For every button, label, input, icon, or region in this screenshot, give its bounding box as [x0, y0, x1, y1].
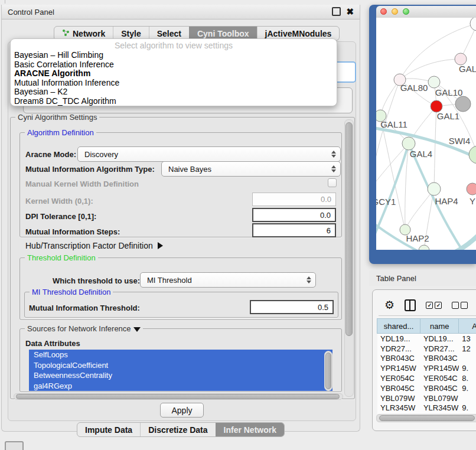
network-node-gal[interactable] — [455, 53, 467, 65]
algorithm-option[interactable]: ARACNE Algorithm — [11, 69, 337, 79]
attributes-scrollbar-track[interactable] — [324, 351, 332, 391]
collapse-down-icon[interactable] — [133, 327, 141, 332]
network-node[interactable] — [470, 18, 476, 31]
table-row[interactable]: YBR045CYBR045C9. — [377, 383, 476, 393]
manual-kernel-checkbox[interactable] — [328, 178, 337, 187]
network-graph[interactable]: GALGAL80GAL10GAL1GAL11GAL4SWI4GCY1HAP4YH… — [376, 18, 476, 250]
tab-label: Infer Network — [224, 425, 276, 435]
screen: Control Panel ✖ NetworkStyleSelectCyni T… — [0, 0, 476, 450]
attribute-item[interactable]: SelfLoops — [29, 350, 332, 360]
network-node-gal1[interactable] — [431, 100, 442, 112]
aracne-mode-label: Aracne Mode: — [25, 150, 76, 159]
table-row[interactable]: YDL19...YDL19...13 — [377, 334, 476, 344]
apply-button-label: Apply — [171, 406, 192, 415]
network-edge[interactable] — [376, 144, 409, 190]
close-icon[interactable]: ✖ — [346, 8, 354, 15]
column-header-2[interactable]: name — [420, 318, 459, 334]
network-edge[interactable] — [400, 59, 461, 80]
table-row[interactable]: YBL079WYBL079W — [377, 393, 476, 403]
network-edge[interactable] — [434, 106, 436, 189]
table-cell: YBL079W — [377, 394, 420, 403]
network-edge[interactable] — [376, 80, 400, 190]
settings-scrollbar-track[interactable] — [344, 119, 354, 397]
network-node-hap4[interactable] — [428, 182, 441, 195]
network-window-titlebar[interactable] — [376, 6, 476, 18]
hub-definition-toggle[interactable]: Hub/Transcription Factor Definition — [25, 241, 163, 250]
network-node-swi4[interactable] — [469, 146, 476, 164]
attribute-item[interactable]: TopologicalCoefficient — [29, 360, 332, 371]
aracne-mode-combo[interactable]: Discovery — [77, 146, 341, 162]
attributes-scrollbar-thumb[interactable] — [325, 353, 331, 389]
attribute-item[interactable]: BetweennessCentrality — [29, 370, 332, 381]
minimize-traffic-light-icon[interactable] — [392, 8, 398, 15]
mi-steps-value: 6 — [327, 226, 331, 235]
network-edge[interactable] — [405, 189, 434, 230]
which-threshold-combo[interactable]: MI Threshold — [140, 272, 316, 288]
table-cell: 8. — [459, 374, 476, 383]
kernel-width-input[interactable]: 0.0 — [252, 193, 336, 206]
algorithm-option[interactable]: Dream8 DC_TDC Algorithm — [11, 97, 337, 106]
table-row[interactable]: YPR145WYPR145W9. — [377, 363, 476, 373]
control-panel-title: Control Panel — [8, 8, 54, 17]
table-cell: YER054C — [377, 374, 420, 383]
float-icon[interactable] — [332, 7, 341, 16]
split-columns-icon[interactable] — [405, 299, 416, 311]
tab-infer-network[interactable]: Infer Network — [216, 423, 284, 436]
algorithm-definition-title: Algorithm Definition — [25, 128, 96, 137]
algorithm-option[interactable]: Basic Correlation Inference — [11, 60, 337, 70]
mi-threshold-group-title: MI Threshold Definition — [30, 288, 113, 296]
deselect-all-icon[interactable] — [452, 302, 468, 309]
table-panel-title: Table Panel — [376, 274, 416, 283]
column-header-3[interactable]: A — [458, 318, 476, 334]
table-row[interactable]: YBR043CYBR043C — [377, 354, 476, 364]
table-panel-titlebar: Table Panel — [369, 270, 476, 286]
algorithm-option[interactable]: Bayesian – K2 — [11, 87, 337, 97]
node-label-y: Y — [470, 196, 475, 206]
table-cell: YDL19... — [377, 334, 420, 343]
mi-type-combo[interactable]: Naive Bayes — [161, 161, 341, 177]
network-node-gal10[interactable] — [428, 76, 440, 88]
zoom-traffic-light-icon[interactable] — [403, 8, 409, 15]
tab-impute-data[interactable]: Impute Data — [77, 423, 140, 436]
node-label-gal11: GAL11 — [380, 119, 407, 129]
network-node-y[interactable] — [467, 183, 476, 195]
mi-threshold-input[interactable]: 0.5 — [250, 300, 334, 314]
close-traffic-light-icon[interactable] — [380, 8, 387, 15]
kernel-width-value: 0.0 — [321, 195, 331, 204]
gear-icon[interactable]: ⚙ — [384, 299, 395, 311]
node-table: shared...nameA YDL19...YDL19...13YDR27..… — [377, 318, 476, 415]
table-hscrollbar-track[interactable] — [376, 414, 476, 422]
mi-steps-input[interactable]: 6 — [252, 223, 336, 237]
select-all-icon[interactable]: ✓✓ — [426, 302, 442, 309]
table-row[interactable]: YDR27...YDR27...12 — [377, 344, 476, 354]
apply-button[interactable]: Apply — [160, 403, 204, 418]
network-node[interactable] — [419, 245, 429, 250]
attribute-item[interactable]: gal4RGexp — [29, 381, 332, 392]
table-cell: YDR27... — [420, 344, 459, 353]
control-panel-titlebar: Control Panel ✖ — [2, 5, 360, 19]
window-edge-artifact — [5, 0, 5, 4]
table-cell: YER054C — [420, 374, 459, 383]
network-node-gal4[interactable] — [402, 137, 415, 150]
table-cell: YBR043C — [420, 354, 459, 363]
collapsed-panel-button[interactable] — [5, 441, 24, 450]
settings-scrollbar-thumb[interactable] — [345, 122, 353, 336]
table-row[interactable]: YLR345WYLR345W9. — [377, 403, 476, 413]
network-node[interactable] — [455, 96, 471, 112]
tab-discretize-data[interactable]: Discretize Data — [140, 423, 215, 436]
table-row[interactable]: YER054CYER054C8. — [377, 373, 476, 383]
column-header-1[interactable]: shared... — [377, 318, 420, 334]
table-panel-toolbar: ⚙ ✓✓ — [379, 295, 476, 316]
table-hscrollbar-thumb[interactable] — [379, 415, 475, 421]
node-label-swi4: SWI4 — [449, 136, 471, 146]
algorithm-option[interactable]: Mutual Information Inference — [11, 79, 337, 88]
algorithm-option[interactable]: Bayesian – Hill Climbing — [11, 51, 337, 60]
settings-hscrollbar-track[interactable] — [14, 393, 343, 400]
dpi-tolerance-input[interactable]: 0.0 — [252, 208, 336, 222]
network-canvas[interactable]: GALGAL80GAL10GAL1GAL11GAL4SWI4GCY1HAP4YH… — [376, 18, 476, 250]
table-cell: 13 — [459, 334, 476, 343]
dpi-tolerance-label: DPI Tolerance [0,1]: — [25, 212, 96, 221]
settings-hscrollbar-thumb[interactable] — [16, 394, 340, 399]
table-cell: 12 — [459, 344, 476, 353]
tab-label: Discretize Data — [148, 425, 207, 435]
